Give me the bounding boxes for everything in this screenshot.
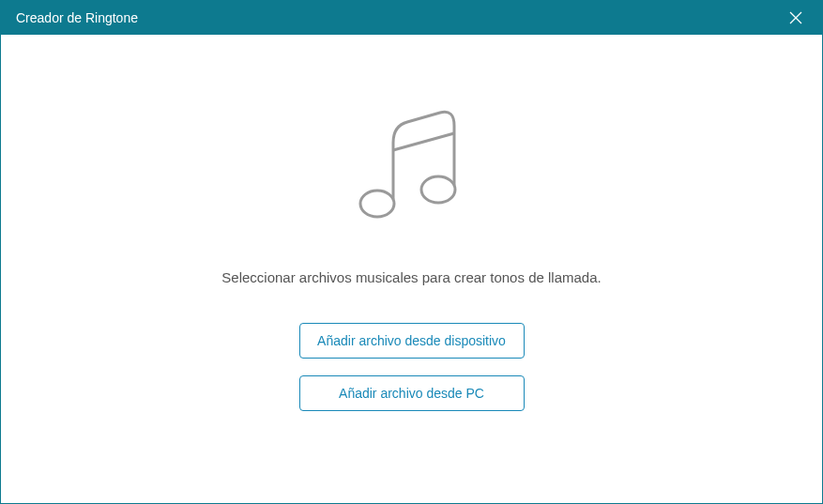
button-group: Añadir archivo desde dispositivo Añadir … (299, 323, 525, 411)
svg-point-3 (360, 191, 394, 217)
close-icon (788, 10, 803, 25)
music-note-icon (342, 100, 482, 241)
svg-line-2 (393, 133, 454, 150)
add-from-pc-button[interactable]: Añadir archivo desde PC (299, 375, 525, 411)
svg-point-4 (421, 176, 455, 203)
window-title: Creador de Ringtone (16, 10, 138, 25)
add-from-device-button[interactable]: Añadir archivo desde dispositivo (299, 323, 525, 359)
ringtone-creator-window: Creador de Ringtone Seleccionar archivos… (0, 0, 823, 504)
content-area: Seleccionar archivos musicales para crea… (1, 35, 822, 503)
instruction-text: Seleccionar archivos musicales para crea… (221, 269, 601, 285)
close-button[interactable] (781, 3, 811, 33)
titlebar: Creador de Ringtone (1, 1, 822, 35)
